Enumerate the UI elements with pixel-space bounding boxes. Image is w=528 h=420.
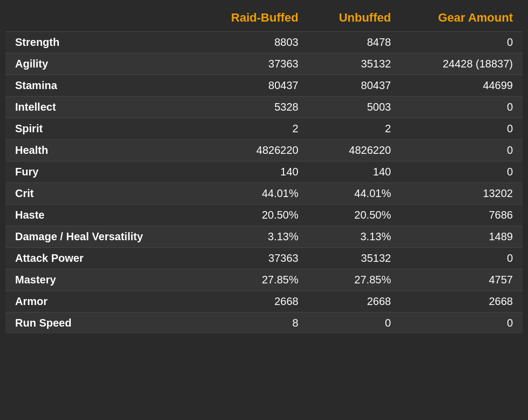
- stat-raid-buffed: 2668: [196, 291, 308, 313]
- stat-raid-buffed: 2: [196, 118, 308, 140]
- stat-unbuffed: 2: [308, 118, 401, 140]
- stat-gear-amount: 0: [401, 140, 523, 161]
- stat-gear-amount: 13202: [401, 183, 523, 205]
- stats-table: Raid-Buffed Unbuffed Gear Amount Strengt…: [5, 5, 523, 334]
- stat-gear-amount: 4757: [401, 269, 523, 291]
- stat-raid-buffed: 20.50%: [196, 205, 308, 226]
- table-row: Health482622048262200: [5, 140, 523, 161]
- stat-unbuffed: 20.50%: [308, 205, 401, 226]
- stat-gear-amount: 0: [401, 118, 523, 140]
- table-row: Mastery27.85%27.85%4757: [5, 269, 523, 291]
- stat-label: Strength: [5, 32, 196, 53]
- stat-gear-amount: 0: [401, 313, 523, 334]
- table-row: Attack Power37363351320: [5, 248, 523, 269]
- stat-raid-buffed: 8803: [196, 32, 308, 53]
- stat-label: Agility: [5, 53, 196, 75]
- table-row: Intellect532850030: [5, 97, 523, 118]
- stat-gear-amount: 24428 (18837): [401, 53, 523, 75]
- col-header-unbuffed: Unbuffed: [308, 5, 401, 32]
- stat-gear-amount: 2668: [401, 291, 523, 313]
- stat-unbuffed: 35132: [308, 53, 401, 75]
- stat-label: Armor: [5, 291, 196, 313]
- stat-raid-buffed: 4826220: [196, 140, 308, 161]
- stat-gear-amount: 0: [401, 32, 523, 53]
- stat-label: Spirit: [5, 118, 196, 140]
- stat-raid-buffed: 37363: [196, 248, 308, 269]
- table-row: Agility373633513224428 (18837): [5, 53, 523, 75]
- stat-label: Attack Power: [5, 248, 196, 269]
- stat-label: Run Speed: [5, 313, 196, 334]
- table-row: Strength880384780: [5, 32, 523, 53]
- col-header-raid-buffed: Raid-Buffed: [196, 5, 308, 32]
- stat-label: Haste: [5, 205, 196, 226]
- table-row: Spirit220: [5, 118, 523, 140]
- col-header-gear-amount: Gear Amount: [401, 5, 523, 32]
- stat-unbuffed: 35132: [308, 248, 401, 269]
- stat-gear-amount: 7686: [401, 205, 523, 226]
- table-row: Fury1401400: [5, 161, 523, 183]
- stat-raid-buffed: 27.85%: [196, 269, 308, 291]
- stat-gear-amount: 0: [401, 161, 523, 183]
- table-row: Armor266826682668: [5, 291, 523, 313]
- stat-unbuffed: 0: [308, 313, 401, 334]
- stat-unbuffed: 8478: [308, 32, 401, 53]
- stat-label: Crit: [5, 183, 196, 205]
- stat-raid-buffed: 37363: [196, 53, 308, 75]
- table-row: Haste20.50%20.50%7686: [5, 205, 523, 226]
- stat-raid-buffed: 3.13%: [196, 226, 308, 248]
- stat-label: Intellect: [5, 97, 196, 118]
- stat-gear-amount: 44699: [401, 75, 523, 97]
- stat-gear-amount: 0: [401, 248, 523, 269]
- stat-label: Health: [5, 140, 196, 161]
- stat-raid-buffed: 80437: [196, 75, 308, 97]
- stat-raid-buffed: 5328: [196, 97, 308, 118]
- stat-unbuffed: 4826220: [308, 140, 401, 161]
- stat-unbuffed: 2668: [308, 291, 401, 313]
- table-row: Damage / Heal Versatility3.13%3.13%1489: [5, 226, 523, 248]
- stat-label: Stamina: [5, 75, 196, 97]
- stat-unbuffed: 5003: [308, 97, 401, 118]
- stat-label: Mastery: [5, 269, 196, 291]
- stat-unbuffed: 140: [308, 161, 401, 183]
- stat-raid-buffed: 44.01%: [196, 183, 308, 205]
- table-row: Crit44.01%44.01%13202: [5, 183, 523, 205]
- stat-label: Fury: [5, 161, 196, 183]
- col-header-label: [5, 5, 196, 32]
- stat-label: Damage / Heal Versatility: [5, 226, 196, 248]
- stat-unbuffed: 44.01%: [308, 183, 401, 205]
- table-row: Stamina804378043744699: [5, 75, 523, 97]
- stat-unbuffed: 80437: [308, 75, 401, 97]
- table-row: Run Speed800: [5, 313, 523, 334]
- stat-raid-buffed: 8: [196, 313, 308, 334]
- stat-gear-amount: 1489: [401, 226, 523, 248]
- stat-raid-buffed: 140: [196, 161, 308, 183]
- stat-unbuffed: 27.85%: [308, 269, 401, 291]
- table-header-row: Raid-Buffed Unbuffed Gear Amount: [5, 5, 523, 32]
- stat-unbuffed: 3.13%: [308, 226, 401, 248]
- stat-gear-amount: 0: [401, 97, 523, 118]
